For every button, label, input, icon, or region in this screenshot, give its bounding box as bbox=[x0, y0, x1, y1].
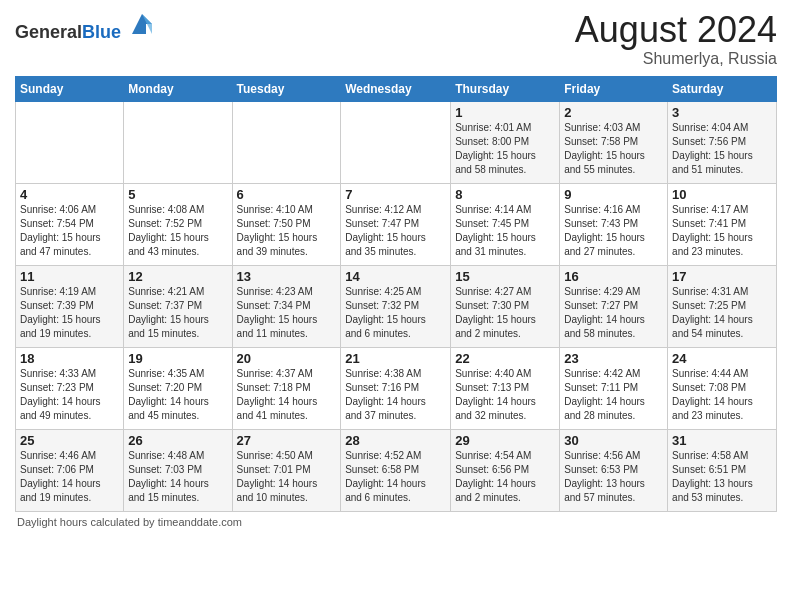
day-info: Sunrise: 4:23 AM Sunset: 7:34 PM Dayligh… bbox=[237, 285, 337, 341]
calendar-table: SundayMondayTuesdayWednesdayThursdayFrid… bbox=[15, 76, 777, 512]
calendar-cell: 4Sunrise: 4:06 AM Sunset: 7:54 PM Daylig… bbox=[16, 183, 124, 265]
calendar-cell: 7Sunrise: 4:12 AM Sunset: 7:47 PM Daylig… bbox=[341, 183, 451, 265]
calendar-cell: 23Sunrise: 4:42 AM Sunset: 7:11 PM Dayli… bbox=[560, 347, 668, 429]
month-year-title: August 2024 bbox=[575, 10, 777, 50]
day-info: Sunrise: 4:56 AM Sunset: 6:53 PM Dayligh… bbox=[564, 449, 663, 505]
logo-general: General bbox=[15, 22, 82, 42]
calendar-cell: 2Sunrise: 4:03 AM Sunset: 7:58 PM Daylig… bbox=[560, 101, 668, 183]
calendar-cell: 9Sunrise: 4:16 AM Sunset: 7:43 PM Daylig… bbox=[560, 183, 668, 265]
day-number: 23 bbox=[564, 351, 663, 366]
calendar-cell: 20Sunrise: 4:37 AM Sunset: 7:18 PM Dayli… bbox=[232, 347, 341, 429]
day-number: 13 bbox=[237, 269, 337, 284]
location-subtitle: Shumerlya, Russia bbox=[575, 50, 777, 68]
calendar-cell: 1Sunrise: 4:01 AM Sunset: 8:00 PM Daylig… bbox=[451, 101, 560, 183]
calendar-cell: 28Sunrise: 4:52 AM Sunset: 6:58 PM Dayli… bbox=[341, 429, 451, 511]
day-number: 16 bbox=[564, 269, 663, 284]
calendar-cell: 12Sunrise: 4:21 AM Sunset: 7:37 PM Dayli… bbox=[124, 265, 232, 347]
day-info: Sunrise: 4:31 AM Sunset: 7:25 PM Dayligh… bbox=[672, 285, 772, 341]
day-info: Sunrise: 4:48 AM Sunset: 7:03 PM Dayligh… bbox=[128, 449, 227, 505]
calendar-cell: 31Sunrise: 4:58 AM Sunset: 6:51 PM Dayli… bbox=[668, 429, 777, 511]
day-info: Sunrise: 4:46 AM Sunset: 7:06 PM Dayligh… bbox=[20, 449, 119, 505]
day-header-thursday: Thursday bbox=[451, 76, 560, 101]
day-info: Sunrise: 4:35 AM Sunset: 7:20 PM Dayligh… bbox=[128, 367, 227, 423]
day-info: Sunrise: 4:14 AM Sunset: 7:45 PM Dayligh… bbox=[455, 203, 555, 259]
day-number: 19 bbox=[128, 351, 227, 366]
calendar-cell: 3Sunrise: 4:04 AM Sunset: 7:56 PM Daylig… bbox=[668, 101, 777, 183]
day-number: 26 bbox=[128, 433, 227, 448]
day-number: 15 bbox=[455, 269, 555, 284]
day-number: 7 bbox=[345, 187, 446, 202]
day-info: Sunrise: 4:06 AM Sunset: 7:54 PM Dayligh… bbox=[20, 203, 119, 259]
week-row-4: 18Sunrise: 4:33 AM Sunset: 7:23 PM Dayli… bbox=[16, 347, 777, 429]
day-info: Sunrise: 4:33 AM Sunset: 7:23 PM Dayligh… bbox=[20, 367, 119, 423]
calendar-cell: 26Sunrise: 4:48 AM Sunset: 7:03 PM Dayli… bbox=[124, 429, 232, 511]
calendar-cell: 25Sunrise: 4:46 AM Sunset: 7:06 PM Dayli… bbox=[16, 429, 124, 511]
week-row-5: 25Sunrise: 4:46 AM Sunset: 7:06 PM Dayli… bbox=[16, 429, 777, 511]
day-number: 18 bbox=[20, 351, 119, 366]
day-info: Sunrise: 4:38 AM Sunset: 7:16 PM Dayligh… bbox=[345, 367, 446, 423]
daylight-label-suffix: calculated by timeanddate.com bbox=[90, 516, 242, 528]
day-info: Sunrise: 4:10 AM Sunset: 7:50 PM Dayligh… bbox=[237, 203, 337, 259]
day-number: 4 bbox=[20, 187, 119, 202]
day-info: Sunrise: 4:03 AM Sunset: 7:58 PM Dayligh… bbox=[564, 121, 663, 177]
header: GeneralBlue August 2024 Shumerlya, Russi… bbox=[15, 10, 777, 68]
day-info: Sunrise: 4:58 AM Sunset: 6:51 PM Dayligh… bbox=[672, 449, 772, 505]
calendar-cell: 16Sunrise: 4:29 AM Sunset: 7:27 PM Dayli… bbox=[560, 265, 668, 347]
daylight-label: Daylight hours bbox=[17, 516, 87, 528]
week-row-2: 4Sunrise: 4:06 AM Sunset: 7:54 PM Daylig… bbox=[16, 183, 777, 265]
calendar-cell: 11Sunrise: 4:19 AM Sunset: 7:39 PM Dayli… bbox=[16, 265, 124, 347]
calendar-cell: 29Sunrise: 4:54 AM Sunset: 6:56 PM Dayli… bbox=[451, 429, 560, 511]
day-info: Sunrise: 4:52 AM Sunset: 6:58 PM Dayligh… bbox=[345, 449, 446, 505]
calendar-cell: 17Sunrise: 4:31 AM Sunset: 7:25 PM Dayli… bbox=[668, 265, 777, 347]
day-info: Sunrise: 4:42 AM Sunset: 7:11 PM Dayligh… bbox=[564, 367, 663, 423]
calendar-cell bbox=[232, 101, 341, 183]
calendar-cell: 18Sunrise: 4:33 AM Sunset: 7:23 PM Dayli… bbox=[16, 347, 124, 429]
day-number: 12 bbox=[128, 269, 227, 284]
day-number: 21 bbox=[345, 351, 446, 366]
day-number: 14 bbox=[345, 269, 446, 284]
day-number: 3 bbox=[672, 105, 772, 120]
day-info: Sunrise: 4:21 AM Sunset: 7:37 PM Dayligh… bbox=[128, 285, 227, 341]
calendar-cell bbox=[341, 101, 451, 183]
day-number: 30 bbox=[564, 433, 663, 448]
day-number: 2 bbox=[564, 105, 663, 120]
day-header-monday: Monday bbox=[124, 76, 232, 101]
day-header-saturday: Saturday bbox=[668, 76, 777, 101]
day-header-wednesday: Wednesday bbox=[341, 76, 451, 101]
calendar-cell: 6Sunrise: 4:10 AM Sunset: 7:50 PM Daylig… bbox=[232, 183, 341, 265]
calendar-cell: 5Sunrise: 4:08 AM Sunset: 7:52 PM Daylig… bbox=[124, 183, 232, 265]
logo-blue: Blue bbox=[82, 22, 121, 42]
day-number: 17 bbox=[672, 269, 772, 284]
calendar-cell: 14Sunrise: 4:25 AM Sunset: 7:32 PM Dayli… bbox=[341, 265, 451, 347]
calendar-cell: 19Sunrise: 4:35 AM Sunset: 7:20 PM Dayli… bbox=[124, 347, 232, 429]
day-info: Sunrise: 4:40 AM Sunset: 7:13 PM Dayligh… bbox=[455, 367, 555, 423]
calendar-cell: 15Sunrise: 4:27 AM Sunset: 7:30 PM Dayli… bbox=[451, 265, 560, 347]
calendar-cell: 24Sunrise: 4:44 AM Sunset: 7:08 PM Dayli… bbox=[668, 347, 777, 429]
calendar-cell: 8Sunrise: 4:14 AM Sunset: 7:45 PM Daylig… bbox=[451, 183, 560, 265]
day-number: 8 bbox=[455, 187, 555, 202]
day-number: 31 bbox=[672, 433, 772, 448]
day-info: Sunrise: 4:29 AM Sunset: 7:27 PM Dayligh… bbox=[564, 285, 663, 341]
day-info: Sunrise: 4:12 AM Sunset: 7:47 PM Dayligh… bbox=[345, 203, 446, 259]
day-info: Sunrise: 4:27 AM Sunset: 7:30 PM Dayligh… bbox=[455, 285, 555, 341]
calendar-cell: 10Sunrise: 4:17 AM Sunset: 7:41 PM Dayli… bbox=[668, 183, 777, 265]
footer-note: Daylight hours calculated by timeanddate… bbox=[15, 516, 777, 528]
calendar-cell: 30Sunrise: 4:56 AM Sunset: 6:53 PM Dayli… bbox=[560, 429, 668, 511]
week-row-3: 11Sunrise: 4:19 AM Sunset: 7:39 PM Dayli… bbox=[16, 265, 777, 347]
day-info: Sunrise: 4:19 AM Sunset: 7:39 PM Dayligh… bbox=[20, 285, 119, 341]
day-number: 9 bbox=[564, 187, 663, 202]
calendar-cell bbox=[124, 101, 232, 183]
day-number: 10 bbox=[672, 187, 772, 202]
day-info: Sunrise: 4:04 AM Sunset: 7:56 PM Dayligh… bbox=[672, 121, 772, 177]
page-container: GeneralBlue August 2024 Shumerlya, Russi… bbox=[0, 0, 792, 533]
day-number: 25 bbox=[20, 433, 119, 448]
logo-icon bbox=[128, 10, 156, 38]
day-number: 5 bbox=[128, 187, 227, 202]
day-number: 20 bbox=[237, 351, 337, 366]
day-number: 6 bbox=[237, 187, 337, 202]
day-number: 29 bbox=[455, 433, 555, 448]
calendar-cell: 13Sunrise: 4:23 AM Sunset: 7:34 PM Dayli… bbox=[232, 265, 341, 347]
week-row-1: 1Sunrise: 4:01 AM Sunset: 8:00 PM Daylig… bbox=[16, 101, 777, 183]
day-info: Sunrise: 4:01 AM Sunset: 8:00 PM Dayligh… bbox=[455, 121, 555, 177]
title-block: August 2024 Shumerlya, Russia bbox=[575, 10, 777, 68]
